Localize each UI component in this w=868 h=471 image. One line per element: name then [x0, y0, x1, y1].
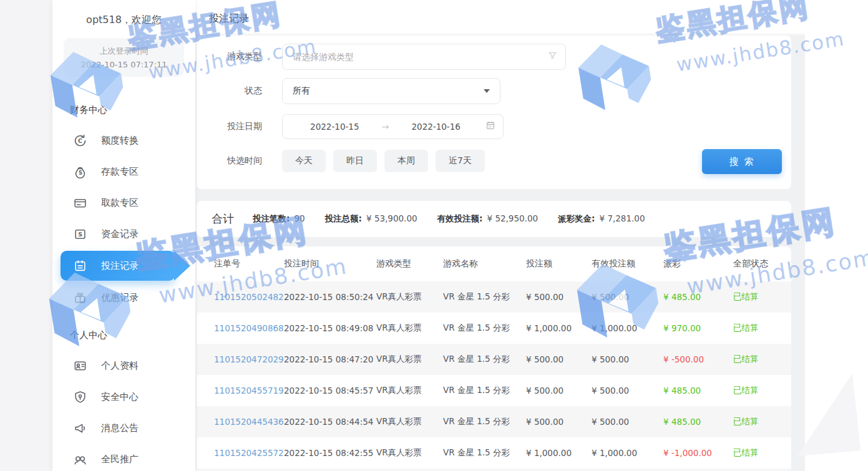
quick-btn-this-week[interactable]: 本周: [384, 150, 428, 172]
quick-btn-last-7-days[interactable]: 近7天: [436, 150, 485, 172]
status-badge: 已结算: [733, 323, 791, 334]
status-badge: 已结算: [733, 291, 791, 303]
order-id-link[interactable]: 1101520425572...: [214, 448, 284, 458]
search-button[interactable]: 搜 索: [702, 149, 782, 174]
sidebar-item-security[interactable]: 安全中心: [52, 381, 195, 412]
valid-bet-amount: ¥ 500.00: [592, 417, 663, 427]
bet-total-label: 投注总额:: [325, 213, 362, 225]
status-badge: 已结算: [733, 354, 791, 365]
sidebar-item-promo-record[interactable]: 优惠记录: [52, 282, 195, 313]
bet-record-icon: [72, 258, 87, 273]
filter-form-card: 游戏类型 状态 所有 投注日期 2022-10-15 → 2022-10-16: [197, 36, 791, 189]
bet-amount: ¥ 1,000.00: [526, 323, 592, 333]
bet-count-value: 90: [294, 213, 305, 223]
game-name: VR 金星 1.5 分彩: [443, 323, 526, 334]
col-bet-amount: 投注额: [526, 258, 592, 269]
bet-time: 2022-10-15 08:50:24: [284, 292, 376, 302]
svg-text:S: S: [78, 231, 82, 238]
game-type: VR真人彩票: [376, 385, 443, 396]
bet-amount: ¥ 1,000.00: [526, 448, 592, 458]
bet-time: 2022-10-15 08:47:20: [284, 354, 376, 364]
section-title-personal: 个人中心: [70, 329, 195, 341]
col-bet-time: 投注时间: [284, 258, 376, 269]
order-id-link[interactable]: 1101520445436...: [214, 417, 284, 427]
order-id-link[interactable]: 1101520472029...: [214, 354, 284, 364]
payout-total-value: ¥ 7,281.00: [600, 213, 645, 223]
bet-records-table: 注单号 投注时间 游戏类型 游戏名称 投注额 有效投注额 派彩 全部状态 110…: [197, 246, 791, 471]
sidebar-item-profile[interactable]: 个人资料: [52, 350, 195, 381]
valid-bet-amount: ¥ 500.00: [592, 386, 663, 396]
bet-time: 2022-10-15 08:45:57: [284, 386, 376, 396]
page-left-margin: [0, 0, 52, 471]
date-range-picker[interactable]: 2022-10-15 → 2022-10-16: [282, 114, 504, 139]
table-row: 1101520502482... 2022-10-15 08:50:24 VR真…: [197, 281, 791, 313]
bet-total-value: ¥ 53,900.00: [366, 213, 417, 223]
referral-icon: [72, 452, 87, 467]
sidebar-item-bet-record[interactable]: 投注记录: [52, 250, 195, 281]
game-type-label: 游戏类型: [197, 51, 262, 62]
partial-next-row: [197, 469, 791, 471]
last-login-card: 上次登录时间 2022-10-15 07:17:11: [64, 38, 184, 77]
game-name: VR 金星 1.5 分彩: [443, 354, 526, 365]
finance-menu: C 额度转换 S 存款专区 取款专区 S 资金记录: [52, 125, 195, 313]
order-id-link[interactable]: 1101520490868...: [214, 323, 284, 333]
sidebar-item-quota-exchange[interactable]: C 额度转换: [52, 125, 195, 156]
game-type: VR真人彩票: [376, 354, 443, 365]
table-row: 1101520425572... 2022-10-15 08:42:55 VR真…: [197, 437, 791, 469]
sidebar-item-label: 额度转换: [101, 135, 139, 147]
status-label: 状态: [197, 85, 262, 97]
bet-count-label: 投注笔数:: [253, 213, 290, 225]
valid-bet-amount: ¥ 1,000.00: [592, 448, 663, 458]
col-payout: 派彩: [663, 258, 733, 269]
bet-record-page: opt518，欢迎您 上次登录时间 2022-10-15 07:17:11 财务…: [0, 0, 868, 471]
game-type-input[interactable]: [282, 44, 566, 70]
date-range-arrow-icon: →: [379, 122, 392, 132]
valid-bet-amount: ¥ 500.00: [592, 292, 663, 302]
user-greeting: opt518，欢迎您: [52, 14, 195, 27]
security-icon: [72, 389, 87, 404]
order-id-link[interactable]: 1101520502482...: [214, 292, 284, 302]
calendar-icon: [485, 120, 495, 133]
game-type: VR真人彩票: [376, 291, 443, 303]
sidebar-item-label: 个人资料: [101, 360, 139, 372]
table-row: 1101520472029... 2022-10-15 08:47:20 VR真…: [197, 344, 791, 375]
page-title: 投注记录: [209, 12, 249, 26]
sidebar-item-deposit[interactable]: S 存款专区: [52, 156, 195, 187]
table-row: 1101520490868... 2022-10-15 08:49:08 VR真…: [197, 313, 791, 344]
sidebar-item-withdraw[interactable]: 取款专区: [52, 187, 195, 218]
sidebar-item-referral[interactable]: 全民推广: [52, 444, 195, 471]
end-date-field[interactable]: 2022-10-16: [391, 122, 480, 132]
payout-amount: ¥ -1,000.00: [663, 448, 733, 458]
table-row: 1101520455719... 2022-10-15 08:45:57 VR真…: [197, 375, 791, 406]
sidebar-item-funds-record[interactable]: S 资金记录: [52, 218, 195, 250]
game-name: VR 金星 1.5 分彩: [443, 291, 526, 303]
deposit-icon: S: [72, 164, 87, 179]
valid-bet-total-label: 有效投注额:: [437, 213, 483, 225]
quick-btn-today[interactable]: 今天: [282, 150, 326, 172]
col-status: 全部状态: [733, 258, 791, 269]
payout-amount: ¥ 485.00: [663, 417, 733, 427]
summary-title: 合计: [212, 211, 234, 226]
payout-amount: ¥ -500.00: [663, 354, 733, 364]
quick-btn-yesterday[interactable]: 昨日: [333, 150, 377, 172]
bet-time: 2022-10-15 08:44:54: [284, 417, 376, 427]
personal-menu: 个人资料 安全中心 消息公告 全民推广: [52, 350, 195, 471]
order-id-link[interactable]: 1101520455719...: [214, 386, 284, 396]
game-name: VR 金星 1.5 分彩: [443, 416, 526, 427]
profile-icon: [72, 358, 87, 373]
sidebar-item-label: 投注记录: [101, 260, 139, 272]
bet-time: 2022-10-15 08:49:08: [284, 323, 376, 333]
payout-total-label: 派彩奖金:: [558, 213, 595, 225]
promo-record-icon: [72, 290, 87, 305]
svg-text:C: C: [77, 137, 82, 144]
sidebar-item-announcement[interactable]: 消息公告: [52, 412, 195, 444]
status-select[interactable]: 所有: [282, 78, 500, 104]
filter-funnel-icon: [548, 51, 557, 63]
start-date-field[interactable]: 2022-10-15: [290, 122, 379, 132]
game-name: VR 金星 1.5 分彩: [443, 447, 526, 459]
sidebar-item-label: 优惠记录: [101, 292, 139, 304]
bet-amount: ¥ 500.00: [526, 386, 592, 396]
bet-date-label: 投注日期: [197, 121, 262, 132]
status-selected-value: 所有: [293, 85, 484, 97]
table-header-row: 注单号 投注时间 游戏类型 游戏名称 投注额 有效投注额 派彩 全部状态: [197, 246, 791, 281]
